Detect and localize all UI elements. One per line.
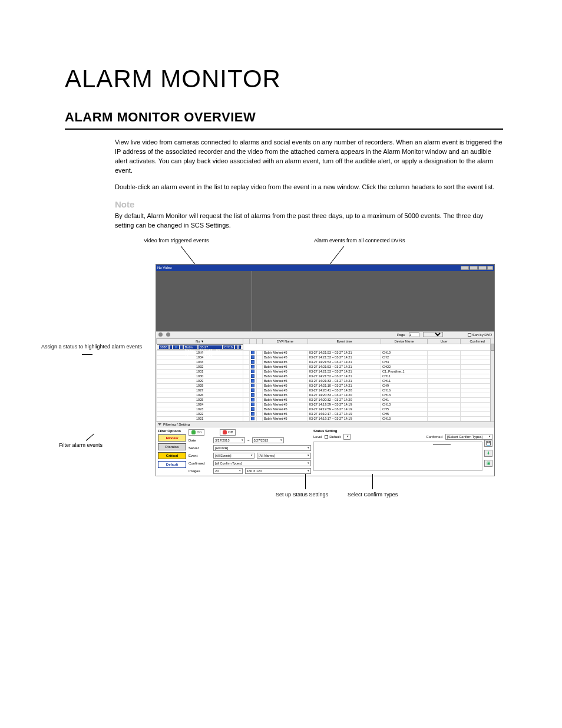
event-type-icon	[251, 351, 254, 354]
scrollbar[interactable]	[490, 338, 494, 421]
event-select-2[interactable]: [All Alarms]	[257, 453, 311, 459]
video-pane-right	[252, 271, 494, 331]
event-type-icon	[251, 370, 254, 373]
page-title: ALARM MONITOR	[65, 65, 503, 93]
table-row[interactable]: 1032Bob's Market #503-27 14:21:53 ~ 03-2…	[157, 364, 494, 369]
confirm-type-select[interactable]: [Select Confirm Types]	[445, 434, 492, 440]
page-input[interactable]	[409, 332, 419, 337]
table-row[interactable]: 1024Bob's Market #503-27 14:19:59 ~ 03-2…	[157, 402, 494, 407]
event-type-icon	[251, 398, 254, 401]
col-header[interactable]: Event time	[308, 338, 381, 344]
images-size[interactable]: 160 X 120	[245, 468, 311, 474]
table-row[interactable]: 1022Bob's Market #503-27 14:19:17 ~ 03-2…	[157, 411, 494, 416]
video-pane-left	[156, 271, 252, 331]
event-type-icon	[251, 412, 254, 416]
note-label: Note	[115, 199, 503, 209]
col-header[interactable]	[249, 338, 256, 344]
default-checkbox[interactable]	[325, 435, 328, 439]
callout-status: Assign a status to highlighted alarm eve…	[41, 344, 142, 350]
overview-para-1: View live video from cameras connected t…	[115, 138, 503, 176]
titlebar: No Video	[156, 265, 494, 271]
event-type-icon	[251, 407, 254, 411]
page-label: Page	[397, 333, 405, 337]
filter-off-button[interactable]: Off	[220, 429, 236, 436]
confirmed-select[interactable]: [all Confirm Types]	[213, 460, 311, 466]
section-heading: ALARM MONITOR OVERVIEW	[65, 110, 503, 130]
table-row[interactable]: 1028Bob's Market #503-27 14:21:10 ~ 03-2…	[157, 383, 494, 388]
event-type-icon	[251, 360, 254, 364]
callout-status-setting: Set up Status Settings	[276, 492, 328, 498]
event-type-icon	[174, 345, 178, 349]
col-header[interactable]	[256, 338, 262, 344]
event-type-icon	[251, 379, 254, 383]
server-select[interactable]: [All DVR]	[213, 445, 311, 451]
confirmed-label: Confirmed	[189, 462, 211, 465]
filter-on-button[interactable]: On	[189, 429, 204, 436]
note-body: By default, Alarm Monitor will request t…	[115, 212, 503, 230]
event-type-icon	[251, 355, 254, 359]
callout-filter: Filter alarm events	[59, 442, 103, 448]
record-dot-icon-2[interactable]	[166, 332, 170, 337]
col-header[interactable]	[243, 338, 249, 344]
no-video-label: No Video	[157, 266, 172, 269]
images-count[interactable]: 20	[213, 468, 243, 474]
table-row[interactable]: 1026Bob's Market #503-27 14:20:33 ~ 03-2…	[157, 393, 494, 397]
table-row[interactable]: 1031Bob's Market #503-27 14:21:53 ~ 03-2…	[157, 369, 494, 374]
date-label: Date	[189, 439, 211, 442]
table-row[interactable]: 1029Bob's Market #503-27 14:21:33 ~ 03-2…	[157, 378, 494, 383]
confirmed-label-2: Confirmed	[426, 435, 442, 439]
critical-button[interactable]: Critical	[158, 452, 186, 459]
overview-para-2: Double-click an alarm event in the list …	[115, 183, 503, 192]
event-label: Event	[189, 454, 211, 457]
status-setting-label: Status Setting	[313, 429, 492, 433]
btn-a[interactable]	[461, 266, 469, 270]
event-type-icon	[251, 417, 254, 420]
table-row[interactable]: 1033Bob's Market #503-27 14:21:53 ~ 03-2…	[157, 360, 494, 364]
table-row[interactable]: 1021Bob's Market #503-27 14:19:17 ~ 03-2…	[157, 416, 494, 421]
btn-c[interactable]	[478, 266, 487, 270]
callout-events: Alarm events from all connected DVRs	[314, 238, 405, 243]
btn-b[interactable]	[470, 266, 478, 270]
table-row[interactable]: 1030Bob's Market #503-27 14:21:52 ~ 03-2…	[157, 374, 494, 378]
window-controls[interactable]	[461, 266, 493, 270]
table-row[interactable]: 1025Bob's Market #503-27 14:20:32 ~ 03-2…	[157, 397, 494, 402]
event-type-icon	[251, 365, 254, 368]
scroll-thumb[interactable]	[491, 344, 494, 351]
record-dot-icon[interactable]	[158, 332, 163, 337]
filter-setting-header[interactable]: Filtering / Setting	[156, 421, 494, 427]
callout-video: Video from triggered events	[144, 238, 209, 243]
col-header[interactable]: No ▼	[157, 338, 243, 344]
level-label: Level	[313, 435, 322, 439]
event-type-icon	[251, 388, 254, 392]
event-select-1[interactable]: [All Events]	[213, 453, 254, 459]
apply-icon[interactable]: ⬇	[484, 450, 492, 457]
save-icon[interactable]: 💾	[484, 440, 492, 447]
app-window: No Video Page Sort by DVR No ▼DVR Nam	[156, 264, 495, 476]
level-select[interactable]	[343, 434, 351, 440]
collapse-icon	[158, 423, 161, 426]
col-header[interactable]: User	[428, 338, 461, 344]
table-row[interactable]: 1023Bob's Market #503-27 14:19:59 ~ 03-2…	[157, 407, 494, 411]
date-to[interactable]: 3/27/2013	[252, 437, 284, 443]
table-row[interactable]: 1027Bob's Market #503-27 14:20:41 ~ 03-2…	[157, 388, 494, 393]
table-row[interactable]: 1036Bob's Market #503-27 14:21:55 ~ 03-2…	[157, 344, 243, 350]
col-header[interactable]: DVR Name	[263, 338, 308, 344]
alarms-table[interactable]: No ▼DVR NameEvent timeDevice NameUserCon…	[156, 338, 494, 421]
date-from[interactable]: 3/27/2013	[213, 437, 245, 443]
page-size-select[interactable]	[423, 332, 443, 337]
dismiss-button[interactable]: Dismiss	[158, 443, 186, 450]
server-label: Server	[189, 446, 211, 450]
disk-icon[interactable]: ▣	[484, 460, 492, 467]
event-type-icon	[251, 393, 254, 397]
col-header[interactable]: Confirmed	[461, 338, 494, 344]
sort-by-dvr-checkbox[interactable]: Sort by DVR	[468, 333, 492, 337]
event-type-icon	[251, 403, 254, 406]
col-header[interactable]: Device Name	[381, 338, 428, 344]
default-button[interactable]: Default	[158, 461, 186, 468]
review-button[interactable]: Review	[158, 434, 186, 442]
callout-confirm-types: Select Confirm Types	[348, 492, 398, 498]
event-type-icon	[251, 384, 254, 387]
maximize-icon[interactable]	[487, 266, 493, 270]
toolbar: Page Sort by DVR	[156, 331, 494, 338]
status-text-area[interactable]	[313, 442, 482, 471]
